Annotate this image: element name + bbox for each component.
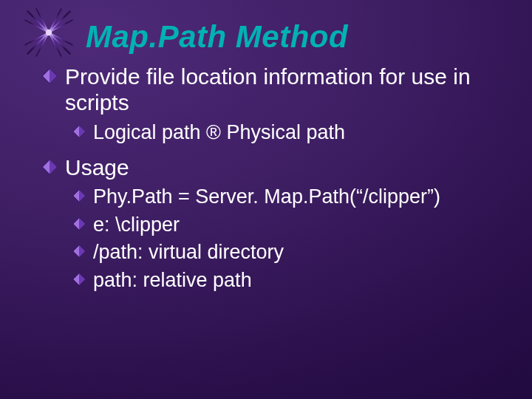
bullet-text: Usage	[65, 154, 502, 180]
spacer	[41, 149, 502, 154]
diamond-bullet-icon	[72, 125, 86, 138]
slide: Map.Path Method Provide file location in…	[0, 0, 532, 399]
svg-marker-20	[79, 218, 85, 230]
bullet-text: Phy.Path = Server. Map.Path(“/clipper”)	[93, 185, 502, 210]
diamond-bullet-icon	[72, 245, 86, 258]
svg-marker-14	[79, 126, 85, 137]
bullet-text: /path: virtual directory	[93, 240, 502, 265]
slide-body: Provide file location information for us…	[41, 64, 502, 296]
svg-marker-16	[50, 160, 57, 174]
title-row: Map.Path Method	[22, 10, 510, 64]
bullet-text: Provide file location information for us…	[65, 64, 502, 116]
starburst-icon	[18, 1, 80, 64]
diamond-bullet-icon	[72, 273, 86, 286]
bullet-item: Phy.Path = Server. Map.Path(“/clipper”)	[72, 185, 502, 210]
svg-marker-24	[79, 273, 85, 285]
diamond-bullet-icon	[72, 189, 86, 202]
slide-title: Map.Path Method	[86, 19, 348, 55]
svg-marker-22	[79, 245, 85, 257]
diamond-bullet-icon	[72, 217, 86, 231]
bullet-text: e: \clipper	[93, 213, 502, 238]
svg-point-10	[46, 30, 52, 35]
bullet-item: Provide file location information for us…	[41, 64, 502, 116]
diamond-bullet-icon	[41, 159, 58, 175]
diamond-bullet-icon	[41, 68, 58, 84]
bullet-item: e: \clipper	[72, 213, 502, 238]
bullet-text: path: relative path	[93, 268, 502, 293]
bullet-item: /path: virtual directory	[72, 240, 502, 265]
bullet-item: Logical path ® Physical path	[72, 120, 502, 146]
svg-marker-18	[79, 190, 85, 202]
svg-marker-12	[50, 69, 57, 83]
bullet-text: Logical path ® Physical path	[93, 120, 502, 146]
bullet-item: Usage	[41, 154, 502, 180]
bullet-item: path: relative path	[72, 268, 502, 293]
